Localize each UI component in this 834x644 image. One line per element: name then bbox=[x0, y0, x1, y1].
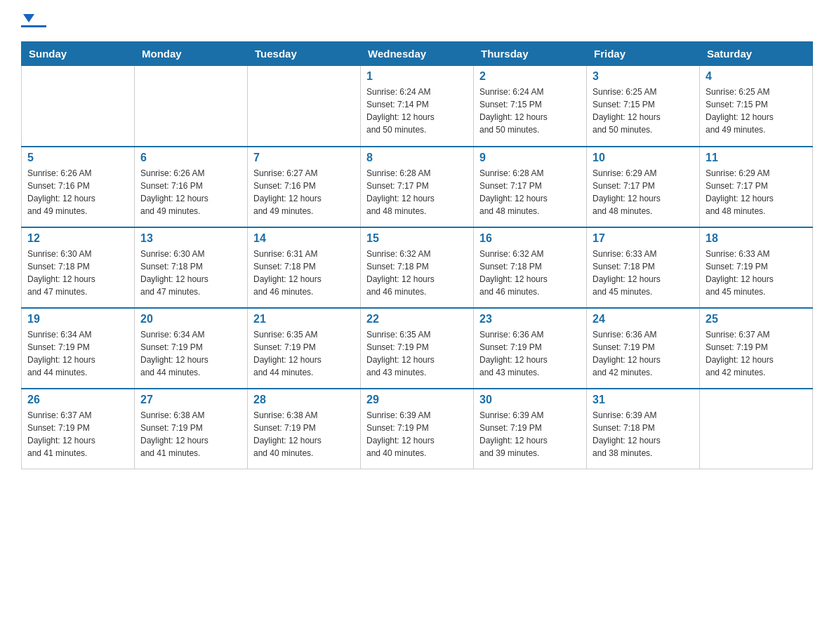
calendar-cell bbox=[700, 389, 813, 469]
calendar-cell: 16Sunrise: 6:32 AMSunset: 7:18 PMDayligh… bbox=[474, 227, 587, 308]
calendar-cell: 15Sunrise: 6:32 AMSunset: 7:18 PMDayligh… bbox=[361, 227, 474, 308]
calendar-cell: 11Sunrise: 6:29 AMSunset: 7:17 PMDayligh… bbox=[700, 147, 813, 227]
day-info: Sunrise: 6:27 AMSunset: 7:16 PMDaylight:… bbox=[253, 167, 355, 217]
day-number: 15 bbox=[366, 232, 468, 245]
calendar-cell: 10Sunrise: 6:29 AMSunset: 7:17 PMDayligh… bbox=[587, 147, 700, 227]
weekday-header-sunday: Sunday bbox=[22, 42, 135, 66]
day-number: 30 bbox=[479, 394, 581, 406]
calendar-cell bbox=[248, 66, 361, 147]
day-number: 10 bbox=[593, 152, 694, 164]
calendar-cell: 31Sunrise: 6:39 AMSunset: 7:18 PMDayligh… bbox=[587, 389, 700, 469]
day-info: Sunrise: 6:28 AMSunset: 7:17 PMDaylight:… bbox=[366, 167, 468, 217]
day-number: 8 bbox=[366, 152, 468, 164]
day-number: 13 bbox=[140, 232, 241, 245]
day-info: Sunrise: 6:33 AMSunset: 7:19 PMDaylight:… bbox=[706, 248, 807, 298]
logo-triangle-icon bbox=[23, 14, 34, 22]
calendar-cell: 27Sunrise: 6:38 AMSunset: 7:19 PMDayligh… bbox=[135, 389, 248, 469]
day-info: Sunrise: 6:37 AMSunset: 7:19 PMDaylight:… bbox=[706, 328, 807, 379]
day-info: Sunrise: 6:25 AMSunset: 7:15 PMDaylight:… bbox=[706, 86, 807, 136]
day-info: Sunrise: 6:39 AMSunset: 7:19 PMDaylight:… bbox=[479, 409, 581, 459]
day-info: Sunrise: 6:24 AMSunset: 7:15 PMDaylight:… bbox=[479, 86, 581, 136]
day-info: Sunrise: 6:37 AMSunset: 7:19 PMDaylight:… bbox=[27, 409, 128, 459]
weekday-header-tuesday: Tuesday bbox=[248, 42, 361, 66]
day-info: Sunrise: 6:26 AMSunset: 7:16 PMDaylight:… bbox=[140, 167, 241, 217]
calendar-cell bbox=[22, 66, 135, 147]
day-info: Sunrise: 6:33 AMSunset: 7:18 PMDaylight:… bbox=[593, 248, 694, 298]
day-number: 25 bbox=[706, 313, 807, 326]
weekday-header-monday: Monday bbox=[135, 42, 248, 66]
day-number: 22 bbox=[366, 313, 468, 326]
day-info: Sunrise: 6:34 AMSunset: 7:19 PMDaylight:… bbox=[140, 328, 241, 379]
calendar-week-row: 5Sunrise: 6:26 AMSunset: 7:16 PMDaylight… bbox=[22, 147, 813, 227]
day-info: Sunrise: 6:35 AMSunset: 7:19 PMDaylight:… bbox=[253, 328, 355, 379]
day-info: Sunrise: 6:29 AMSunset: 7:17 PMDaylight:… bbox=[706, 167, 807, 217]
day-info: Sunrise: 6:35 AMSunset: 7:19 PMDaylight:… bbox=[366, 328, 468, 379]
calendar-cell: 8Sunrise: 6:28 AMSunset: 7:17 PMDaylight… bbox=[361, 147, 474, 227]
calendar-cell: 17Sunrise: 6:33 AMSunset: 7:18 PMDayligh… bbox=[587, 227, 700, 308]
day-info: Sunrise: 6:34 AMSunset: 7:19 PMDaylight:… bbox=[27, 328, 128, 379]
calendar-cell: 22Sunrise: 6:35 AMSunset: 7:19 PMDayligh… bbox=[361, 308, 474, 389]
calendar-week-row: 12Sunrise: 6:30 AMSunset: 7:18 PMDayligh… bbox=[22, 227, 813, 308]
calendar-week-row: 19Sunrise: 6:34 AMSunset: 7:19 PMDayligh… bbox=[22, 308, 813, 389]
calendar-cell: 21Sunrise: 6:35 AMSunset: 7:19 PMDayligh… bbox=[248, 308, 361, 389]
day-number: 17 bbox=[593, 232, 694, 245]
day-info: Sunrise: 6:39 AMSunset: 7:18 PMDaylight:… bbox=[593, 409, 694, 459]
day-number: 9 bbox=[479, 152, 581, 164]
day-number: 12 bbox=[27, 232, 128, 245]
day-info: Sunrise: 6:25 AMSunset: 7:15 PMDaylight:… bbox=[593, 86, 694, 136]
calendar-cell: 3Sunrise: 6:25 AMSunset: 7:15 PMDaylight… bbox=[587, 66, 700, 147]
day-number: 14 bbox=[253, 232, 355, 245]
day-number: 6 bbox=[140, 152, 241, 164]
day-number: 2 bbox=[479, 70, 581, 83]
day-number: 31 bbox=[593, 394, 694, 406]
calendar-cell: 19Sunrise: 6:34 AMSunset: 7:19 PMDayligh… bbox=[22, 308, 135, 389]
day-number: 29 bbox=[366, 394, 468, 406]
calendar-cell: 26Sunrise: 6:37 AMSunset: 7:19 PMDayligh… bbox=[22, 389, 135, 469]
day-number: 28 bbox=[253, 394, 355, 406]
calendar-cell: 14Sunrise: 6:31 AMSunset: 7:18 PMDayligh… bbox=[248, 227, 361, 308]
logo-underline bbox=[21, 25, 46, 27]
day-number: 23 bbox=[479, 313, 581, 326]
calendar-cell: 25Sunrise: 6:37 AMSunset: 7:19 PMDayligh… bbox=[700, 308, 813, 389]
day-number: 26 bbox=[27, 394, 128, 406]
weekday-header-row: SundayMondayTuesdayWednesdayThursdayFrid… bbox=[22, 42, 813, 66]
calendar-cell: 20Sunrise: 6:34 AMSunset: 7:19 PMDayligh… bbox=[135, 308, 248, 389]
day-info: Sunrise: 6:36 AMSunset: 7:19 PMDaylight:… bbox=[479, 328, 581, 379]
day-info: Sunrise: 6:36 AMSunset: 7:19 PMDaylight:… bbox=[593, 328, 694, 379]
calendar-cell: 7Sunrise: 6:27 AMSunset: 7:16 PMDaylight… bbox=[248, 147, 361, 227]
day-info: Sunrise: 6:30 AMSunset: 7:18 PMDaylight:… bbox=[27, 248, 128, 298]
day-number: 7 bbox=[253, 152, 355, 164]
day-number: 24 bbox=[593, 313, 694, 326]
calendar-cell: 9Sunrise: 6:28 AMSunset: 7:17 PMDaylight… bbox=[474, 147, 587, 227]
day-info: Sunrise: 6:38 AMSunset: 7:19 PMDaylight:… bbox=[253, 409, 355, 459]
day-number: 1 bbox=[366, 70, 468, 83]
logo bbox=[21, 14, 46, 27]
day-number: 5 bbox=[27, 152, 128, 164]
day-number: 11 bbox=[706, 152, 807, 164]
day-info: Sunrise: 6:39 AMSunset: 7:19 PMDaylight:… bbox=[366, 409, 468, 459]
day-number: 20 bbox=[140, 313, 241, 326]
calendar-cell: 28Sunrise: 6:38 AMSunset: 7:19 PMDayligh… bbox=[248, 389, 361, 469]
day-number: 16 bbox=[479, 232, 581, 245]
calendar-cell: 12Sunrise: 6:30 AMSunset: 7:18 PMDayligh… bbox=[22, 227, 135, 308]
day-info: Sunrise: 6:30 AMSunset: 7:18 PMDaylight:… bbox=[140, 248, 241, 298]
day-info: Sunrise: 6:28 AMSunset: 7:17 PMDaylight:… bbox=[479, 167, 581, 217]
calendar-cell bbox=[135, 66, 248, 147]
calendar-week-row: 26Sunrise: 6:37 AMSunset: 7:19 PMDayligh… bbox=[22, 389, 813, 469]
weekday-header-thursday: Thursday bbox=[474, 42, 587, 66]
calendar-cell: 4Sunrise: 6:25 AMSunset: 7:15 PMDaylight… bbox=[700, 66, 813, 147]
page-header bbox=[21, 14, 813, 27]
day-info: Sunrise: 6:26 AMSunset: 7:16 PMDaylight:… bbox=[27, 167, 128, 217]
day-number: 3 bbox=[593, 70, 694, 83]
calendar-week-row: 1Sunrise: 6:24 AMSunset: 7:14 PMDaylight… bbox=[22, 66, 813, 147]
weekday-header-saturday: Saturday bbox=[700, 42, 813, 66]
calendar-cell: 5Sunrise: 6:26 AMSunset: 7:16 PMDaylight… bbox=[22, 147, 135, 227]
calendar-cell: 6Sunrise: 6:26 AMSunset: 7:16 PMDaylight… bbox=[135, 147, 248, 227]
calendar-cell: 18Sunrise: 6:33 AMSunset: 7:19 PMDayligh… bbox=[700, 227, 813, 308]
calendar-cell: 1Sunrise: 6:24 AMSunset: 7:14 PMDaylight… bbox=[361, 66, 474, 147]
calendar-cell: 29Sunrise: 6:39 AMSunset: 7:19 PMDayligh… bbox=[361, 389, 474, 469]
day-number: 18 bbox=[706, 232, 807, 245]
weekday-header-friday: Friday bbox=[587, 42, 700, 66]
day-info: Sunrise: 6:32 AMSunset: 7:18 PMDaylight:… bbox=[366, 248, 468, 298]
calendar-cell: 23Sunrise: 6:36 AMSunset: 7:19 PMDayligh… bbox=[474, 308, 587, 389]
